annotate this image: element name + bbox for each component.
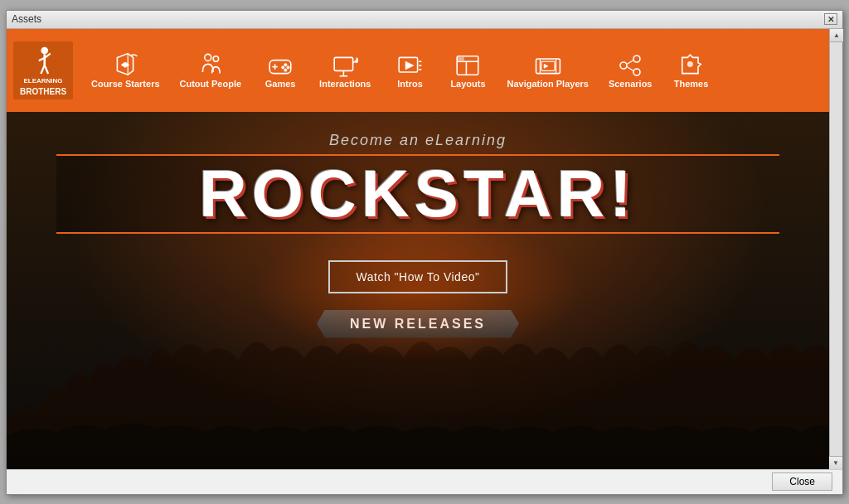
- hero-content: Become an eLearning ROCKSTAR! Watch "How…: [7, 112, 829, 293]
- navbar: elearning brothers Course Starters: [7, 29, 829, 112]
- svg-point-7: [205, 54, 211, 61]
- nav-item-navigation[interactable]: Navigation Players: [497, 52, 598, 89]
- svg-point-15: [284, 69, 287, 71]
- window-title: Assets: [12, 13, 41, 25]
- logo-area: elearning brothers: [13, 41, 73, 99]
- nav-item-cutout-people[interactable]: Cutout People: [170, 52, 252, 89]
- navigation-icon: [535, 52, 561, 79]
- nav-items: Course Starters Cutout People: [81, 52, 822, 89]
- svg-marker-20: [356, 57, 358, 62]
- svg-marker-22: [406, 61, 415, 70]
- hero-section: Become an eLearning ROCKSTAR! Watch "How…: [7, 112, 829, 469]
- nav-label-games: Games: [265, 79, 296, 89]
- svg-line-4: [41, 65, 44, 74]
- main-content: elearning brothers Course Starters: [7, 29, 829, 469]
- nav-label-interactions: Interactions: [319, 79, 371, 89]
- layouts-icon: [454, 52, 481, 79]
- intros-icon: [396, 52, 423, 79]
- interactions-icon: [332, 52, 358, 79]
- nav-item-layouts[interactable]: Layouts: [439, 52, 497, 89]
- cutout-people-icon: [197, 52, 224, 79]
- svg-marker-34: [544, 64, 548, 68]
- svg-line-39: [627, 66, 633, 70]
- logo-box: elearning brothers: [13, 41, 73, 99]
- nav-label-scenarios: Scenarios: [609, 79, 653, 89]
- become-text: Become an eLearning: [329, 132, 507, 149]
- svg-point-36: [633, 56, 640, 62]
- svg-point-14: [282, 65, 284, 68]
- course-starters-icon: [112, 52, 138, 79]
- svg-point-37: [633, 69, 640, 75]
- svg-point-12: [284, 63, 287, 65]
- scenarios-icon: [617, 52, 643, 79]
- scroll-up-arrow[interactable]: ▲: [830, 29, 843, 42]
- nav-item-games[interactable]: Games: [251, 52, 309, 89]
- logo-icon: [27, 45, 60, 77]
- nav-label-layouts: Layouts: [450, 79, 485, 89]
- svg-point-0: [41, 46, 48, 54]
- nav-label-course-starters: Course Starters: [91, 79, 160, 89]
- svg-rect-29: [458, 57, 463, 60]
- nav-item-themes[interactable]: Themes: [662, 52, 720, 89]
- rockstar-text: ROCKSTAR!: [199, 157, 637, 230]
- nav-label-navigation: Navigation Players: [507, 79, 588, 89]
- themes-icon: [678, 52, 705, 79]
- svg-point-41: [687, 61, 692, 66]
- nav-item-intros[interactable]: Intros: [381, 52, 439, 89]
- nav-item-interactions[interactable]: Interactions: [309, 52, 381, 89]
- nav-label-themes: Themes: [674, 79, 709, 89]
- bottom-bar: Close: [7, 469, 842, 494]
- svg-point-35: [620, 62, 627, 69]
- svg-point-8: [213, 56, 218, 61]
- svg-line-5: [45, 65, 48, 74]
- title-bar: Assets ✕: [7, 11, 842, 29]
- logo-brothers: brothers: [20, 87, 66, 96]
- nav-item-scenarios[interactable]: Scenarios: [599, 52, 662, 89]
- scrollbar[interactable]: ▲ ▼: [829, 29, 842, 469]
- svg-line-38: [627, 60, 633, 64]
- close-button[interactable]: Close: [772, 472, 832, 491]
- watch-button[interactable]: Watch "How To Video": [328, 260, 508, 293]
- main-window: Assets ✕ ▲ ▼: [6, 10, 843, 495]
- svg-rect-16: [334, 57, 352, 70]
- scroll-down-arrow[interactable]: ▼: [829, 456, 842, 469]
- logo-elearning: elearning: [23, 77, 62, 85]
- nav-label-intros: Intros: [397, 79, 423, 89]
- games-icon: [267, 52, 294, 79]
- title-close-button[interactable]: ✕: [824, 13, 837, 25]
- nav-label-cutout-people: Cutout People: [180, 79, 242, 89]
- rockstar-banner: ROCKSTAR!: [56, 154, 780, 234]
- svg-point-13: [287, 65, 289, 68]
- nav-item-course-starters[interactable]: Course Starters: [81, 52, 170, 89]
